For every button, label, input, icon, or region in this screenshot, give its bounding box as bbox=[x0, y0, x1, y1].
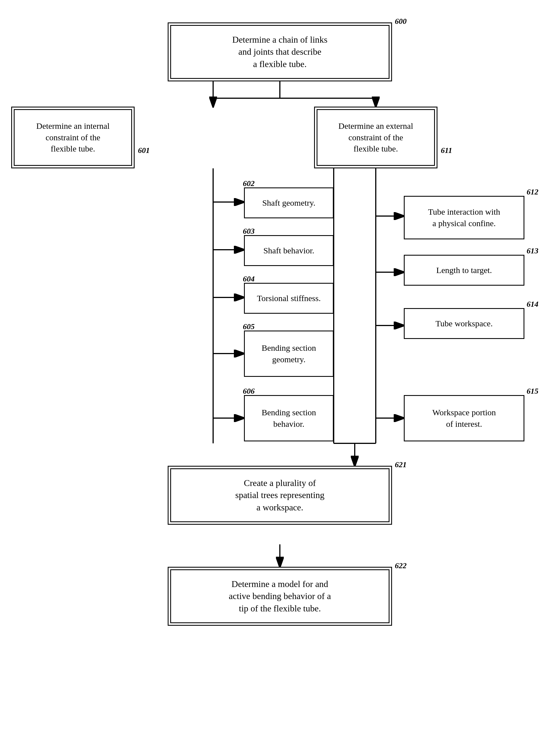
node-614: Tube workspace. bbox=[404, 308, 524, 339]
ref-613: 613 bbox=[527, 246, 538, 255]
node-601: Determine an internalconstraint of thefl… bbox=[11, 107, 135, 168]
ref-604: 604 bbox=[243, 274, 255, 284]
ref-603: 603 bbox=[243, 227, 255, 236]
ref-614: 614 bbox=[527, 300, 538, 309]
ref-602: 602 bbox=[243, 179, 255, 188]
node-615: Workspace portionof interest. bbox=[404, 395, 524, 441]
ref-606: 606 bbox=[243, 387, 255, 396]
node-604: Torsional stiffness. bbox=[244, 283, 334, 314]
node-612: Tube interaction witha physical confine. bbox=[404, 196, 524, 239]
diagram-container: Determine a chain of linksand joints tha… bbox=[0, 0, 560, 752]
ref-600: 600 bbox=[395, 17, 406, 26]
node-600: Determine a chain of linksand joints tha… bbox=[168, 22, 392, 81]
node-611: Determine an externalconstraint of thefl… bbox=[314, 107, 437, 168]
ref-601: 601 bbox=[138, 146, 150, 155]
ref-612: 612 bbox=[527, 188, 538, 196]
node-621: Create a plurality ofspatial trees repre… bbox=[168, 466, 392, 525]
node-602: Shaft geometry. bbox=[244, 188, 334, 218]
ref-611: 611 bbox=[441, 146, 452, 155]
ref-615: 615 bbox=[527, 387, 538, 396]
node-622: Determine a model for andactive bending … bbox=[168, 567, 392, 626]
ref-621: 621 bbox=[395, 460, 406, 469]
node-613: Length to target. bbox=[404, 255, 524, 286]
ref-605: 605 bbox=[243, 322, 255, 331]
ref-622: 622 bbox=[395, 561, 406, 570]
node-603: Shaft behavior. bbox=[244, 235, 334, 266]
node-605: Bending sectiongeometry. bbox=[244, 330, 334, 377]
node-606: Bending sectionbehavior. bbox=[244, 395, 334, 441]
